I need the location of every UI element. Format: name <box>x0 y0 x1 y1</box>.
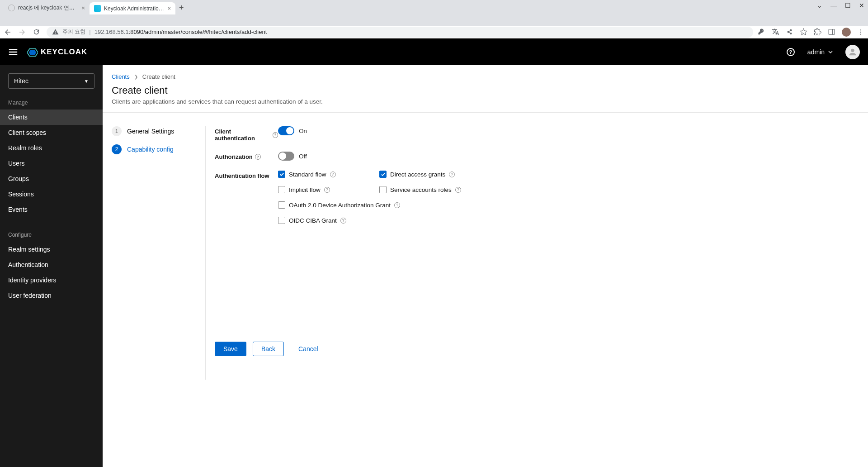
minimize-icon[interactable]: — <box>830 2 837 9</box>
browser-tab[interactable]: reacjs 에 keycloak 연동 | hitec D × <box>4 1 90 14</box>
breadcrumb: Clients ❯ Create client <box>103 65 868 83</box>
user-avatar-icon[interactable] <box>845 45 860 59</box>
close-icon[interactable]: × <box>167 5 171 12</box>
key-icon[interactable] <box>758 28 765 36</box>
svg-rect-0 <box>829 29 835 34</box>
breadcrumb-root[interactable]: Clients <box>112 73 130 80</box>
user-name: admin <box>807 48 825 56</box>
not-secure-label: 주의 요함 <box>62 28 85 36</box>
sidebar-item-authentication[interactable]: Authentication <box>0 257 103 272</box>
oauth-device-checkbox[interactable] <box>278 201 285 209</box>
service-accounts-checkbox[interactable] <box>379 186 387 193</box>
share-icon[interactable] <box>786 28 793 36</box>
globe-icon <box>8 5 15 11</box>
client-auth-toggle[interactable] <box>278 126 294 135</box>
nav-icons <box>4 28 40 36</box>
panel-icon[interactable] <box>828 28 835 36</box>
auth-flow-label: Authentication flow <box>215 172 269 179</box>
save-button[interactable]: Save <box>215 342 246 356</box>
authorization-toggle[interactable] <box>278 152 294 161</box>
client-auth-label: Client authentication <box>215 128 270 142</box>
sidebar-section-configure: Configure <box>0 227 103 242</box>
svg-point-4 <box>860 33 861 34</box>
tab-bar: reacjs 에 keycloak 연동 | hitec D × Keycloa… <box>0 0 868 14</box>
toggle-state: Off <box>299 153 307 160</box>
standard-flow-checkbox[interactable] <box>278 171 285 178</box>
browser-tab-active[interactable]: Keycloak Administration Consol × <box>90 2 175 14</box>
sidebar-item-groups[interactable]: Groups <box>0 171 103 186</box>
help-icon[interactable]: ? <box>394 202 400 208</box>
logo-text: KEYCLOAK <box>41 48 87 57</box>
keycloak-logo-icon <box>27 48 38 57</box>
check-label: Implicit flow <box>289 186 321 193</box>
realm-selector[interactable]: Hitec ▼ <box>8 73 94 89</box>
puzzle-icon[interactable] <box>814 28 821 36</box>
address-bar: 주의 요함 | 192.168.56.1:8090/admin/master/c… <box>0 26 868 38</box>
close-window-icon[interactable]: ✕ <box>859 2 864 9</box>
page-title: Create client <box>103 83 868 98</box>
page-subtitle: Clients are applications and services th… <box>103 98 868 112</box>
svg-point-7 <box>851 48 854 52</box>
main-content: Clients ❯ Create client Create client Cl… <box>103 65 868 467</box>
reload-icon[interactable] <box>33 28 40 36</box>
forward-icon <box>18 28 26 36</box>
wizard-step-general[interactable]: 1 General Settings <box>112 126 198 136</box>
star-icon[interactable] <box>800 28 807 36</box>
keycloak-logo[interactable]: KEYCLOAK <box>27 48 87 57</box>
check-label: Direct access grants <box>390 171 445 178</box>
profile-avatar-icon[interactable] <box>842 28 851 37</box>
sidebar-item-users[interactable]: Users <box>0 156 103 171</box>
help-icon[interactable]: ? <box>324 187 330 193</box>
svg-marker-6 <box>29 50 37 55</box>
back-button[interactable]: Back <box>253 342 284 356</box>
chevron-down-icon[interactable]: ⌄ <box>817 2 822 9</box>
sidebar-item-sessions[interactable]: Sessions <box>0 186 103 202</box>
step-number: 2 <box>112 144 122 154</box>
implicit-flow-checkbox[interactable] <box>278 186 285 193</box>
caret-down-icon <box>828 50 833 54</box>
close-icon[interactable]: × <box>81 5 85 11</box>
url-bar[interactable]: 주의 요함 | 192.168.56.1:8090/admin/master/c… <box>47 27 753 38</box>
hamburger-icon[interactable] <box>8 47 18 57</box>
sidebar-item-clients[interactable]: Clients <box>0 110 103 125</box>
user-menu[interactable]: admin <box>807 48 833 56</box>
step-number: 1 <box>112 126 122 136</box>
sidebar-section-manage: Manage <box>0 95 103 110</box>
browser-chrome: reacjs 에 keycloak 연동 | hitec D × Keycloa… <box>0 0 868 26</box>
maximize-icon[interactable]: ☐ <box>845 2 851 9</box>
svg-point-2 <box>860 29 861 30</box>
back-icon[interactable] <box>4 28 12 36</box>
tab-title: Keycloak Administration Consol <box>104 5 164 12</box>
help-icon[interactable]: ? <box>273 132 278 138</box>
check-label: Standard flow <box>289 171 326 178</box>
sidebar-item-events[interactable]: Events <box>0 202 103 217</box>
translate-icon[interactable] <box>772 28 779 36</box>
sidebar-item-client-scopes[interactable]: Client scopes <box>0 125 103 140</box>
sidebar-item-user-federation[interactable]: User federation <box>0 288 103 303</box>
toggle-state: On <box>299 128 307 134</box>
new-tab-button[interactable]: + <box>175 1 188 14</box>
wizard-steps: 1 General Settings 2 Capability config <box>112 126 206 380</box>
authorization-label: Authorization <box>215 153 253 160</box>
form-footer: Save Back Cancel <box>215 342 868 365</box>
help-icon[interactable]: ? <box>449 172 455 177</box>
wizard-step-capability[interactable]: 2 Capability config <box>112 144 198 154</box>
sidebar-item-identity-providers[interactable]: Identity providers <box>0 272 103 288</box>
help-icon[interactable]: ? <box>340 218 346 224</box>
direct-access-checkbox[interactable] <box>379 171 387 178</box>
help-icon[interactable]: ? <box>455 187 461 193</box>
check-label: OAuth 2.0 Device Authorization Grant <box>289 202 391 209</box>
help-icon[interactable]: ? <box>330 172 336 177</box>
oidc-ciba-checkbox[interactable] <box>278 217 285 224</box>
cancel-button[interactable]: Cancel <box>290 342 326 356</box>
breadcrumb-current: Create client <box>142 73 175 80</box>
check-label: OIDC CIBA Grant <box>289 217 337 224</box>
help-icon[interactable]: ? <box>787 48 795 56</box>
sidebar-item-realm-settings[interactable]: Realm settings <box>0 242 103 257</box>
app-header: KEYCLOAK ? admin <box>0 38 868 65</box>
sidebar-item-realm-roles[interactable]: Realm roles <box>0 140 103 156</box>
caret-down-icon: ▼ <box>84 79 89 84</box>
help-icon[interactable]: ? <box>255 154 261 160</box>
tab-title: reacjs 에 keycloak 연동 | hitec D <box>18 4 78 12</box>
kebab-icon[interactable] <box>857 29 864 36</box>
